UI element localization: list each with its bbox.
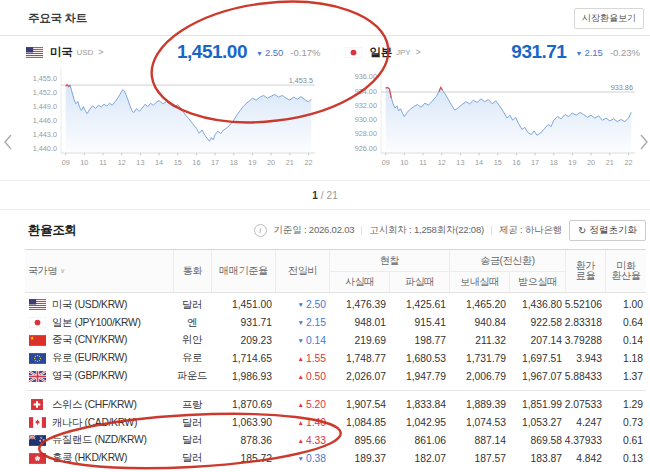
send-cell: 940.84	[449, 317, 509, 328]
flag-us-icon	[28, 299, 46, 311]
cash-sell-cell: 198.77	[389, 335, 449, 346]
table-row[interactable]: 뉴질랜드 (NZD/KRW)달러878.36▲4.33895.66861.068…	[25, 432, 646, 450]
fee-rate-cell: 4.37933	[565, 435, 605, 446]
table-row[interactable]: 미국 (USD/KRW)달러1,451.00▼2.501,476.391,425…	[25, 296, 646, 314]
fee-rate-cell: 3.79288	[565, 335, 605, 346]
svg-text:1,455.0: 1,455.0	[33, 74, 57, 83]
svg-text:15: 15	[493, 158, 501, 167]
cash-sell-cell: 1,947.79	[389, 371, 449, 382]
header-fee-rate: 환가료율	[565, 250, 605, 292]
country-cell: 중국 (CNY/KRW)	[25, 333, 173, 347]
cash-buy-cell: 1,748.77	[329, 353, 389, 364]
down-triangle-icon: ▼	[298, 301, 304, 308]
header-cash-buy: 사실때	[329, 271, 389, 292]
svg-text:16: 16	[192, 158, 200, 167]
rate-cell: 1,870.69	[211, 399, 275, 410]
svg-text:16: 16	[512, 158, 520, 167]
chart-jpy-header[interactable]: 일본 JPY > 931.71 ▼2.15 -0.23%	[345, 40, 641, 64]
change-cell: ▼0.14	[275, 335, 329, 346]
flag-nz-icon	[28, 434, 46, 446]
header-currency: 통화	[173, 250, 211, 292]
base-date: 기준일 : 2026.02.03	[274, 224, 355, 237]
market-rate-view-button[interactable]: 시장환율보기	[574, 8, 644, 29]
usd-rate-cell: 0.73	[605, 417, 646, 428]
send-cell: 2,006.79	[449, 371, 509, 382]
cash-sell-cell: 1,833.84	[389, 399, 449, 410]
fee-rate-cell: 2.83318	[565, 317, 605, 328]
down-triangle-icon: ▼	[298, 319, 304, 326]
chevron-left-icon	[4, 134, 13, 150]
fx-rates-page: 주요국 차트 시장환율보기 미국 USD > 1,451.00 ▼2.50 -0…	[0, 0, 650, 472]
currency-cell: 엔	[173, 316, 211, 330]
header-cash-sell: 파실때	[389, 271, 449, 292]
charts-section-header: 주요국 차트 시장환율보기	[0, 0, 650, 36]
usd-rate-cell: 0.64	[605, 317, 646, 328]
rate-cell: 209.23	[211, 335, 275, 346]
rates-section-header: 환율조회 i 기준일 : 2026.02.03 고시회차 : 1,258회차(2…	[0, 210, 650, 249]
svg-text:1,449.0: 1,449.0	[33, 102, 57, 111]
change-cell: ▲5.20	[275, 399, 329, 410]
table-row[interactable]: 스위스 (CHF/KRW)프랑1,870.69▲5.201,907.541,83…	[25, 396, 646, 414]
rate-cell: 1,451.00	[211, 299, 275, 310]
header-change: 전일비	[275, 250, 329, 292]
send-cell: 187.57	[449, 453, 509, 464]
cash-sell-cell: 1,680.53	[389, 353, 449, 364]
cash-buy-cell: 1,907.54	[329, 399, 389, 410]
rate-cell: 1,063.90	[211, 417, 275, 428]
svg-text:932.00: 932.00	[354, 101, 376, 110]
country-cell: 일본 (JPY100/KRW)	[25, 316, 173, 330]
table-row[interactable]: 홍콩 (HKD/KRW)달러185.72▼0.38189.37182.07187…	[25, 449, 646, 467]
usd-rate-cell: 0.61	[605, 435, 646, 446]
cash-buy-cell: 948.01	[329, 317, 389, 328]
svg-text:12: 12	[118, 158, 126, 167]
svg-text:11: 11	[99, 158, 107, 167]
cash-buy-cell: 2,026.07	[329, 371, 389, 382]
change-cell: ▲4.33	[275, 435, 329, 446]
up-triangle-icon: ▲	[298, 373, 304, 380]
svg-text:18: 18	[549, 158, 557, 167]
svg-text:933.86: 933.86	[610, 83, 632, 92]
table-header: 국가명∨ 통화 매매기준율 전일비 현찰 사실때 파실때 송금(전신환) 보내실…	[25, 249, 646, 293]
svg-text:21: 21	[286, 158, 294, 167]
cash-buy-cell: 1,084.85	[329, 417, 389, 428]
chart-currency-code: USD	[76, 48, 93, 57]
divider	[491, 226, 492, 235]
pagination-separator: /	[321, 190, 324, 201]
svg-text:928.00: 928.00	[354, 129, 376, 138]
flag-jp-icon	[345, 46, 363, 58]
rate-cell: 1,986.93	[211, 371, 275, 382]
header-country[interactable]: 국가명∨	[25, 250, 173, 292]
chart-usd-header[interactable]: 미국 USD > 1,451.00 ▼2.50 -0.17%	[25, 40, 321, 64]
receive-cell: 922.58	[509, 317, 565, 328]
flag-us-icon	[25, 46, 43, 58]
chart-change-pct: -0.23%	[610, 47, 640, 58]
prev-chart-button[interactable]	[2, 132, 15, 155]
receive-cell: 1,851.99	[509, 399, 565, 410]
divider	[361, 226, 362, 235]
charts-carousel: 미국 USD > 1,451.00 ▼2.50 -0.17% 1,455.01,…	[0, 36, 650, 168]
svg-text:21: 21	[605, 158, 613, 167]
table-row[interactable]: 유로 (EUR/KRW)유로1,714.65▲1.551,748.771,680…	[25, 349, 646, 367]
up-triangle-icon: ▲	[298, 419, 304, 426]
flag-gb-icon	[28, 370, 46, 382]
svg-text:1,440.0: 1,440.0	[33, 144, 57, 153]
svg-text:934.00: 934.00	[354, 87, 376, 96]
country-cell: 영국 (GBP/KRW)	[25, 369, 173, 383]
chart-pagination: 1 / 21	[0, 180, 650, 210]
cash-buy-cell: 189.37	[329, 453, 389, 464]
down-triangle-icon: ▼	[298, 455, 304, 462]
table-row[interactable]: 일본 (JPY100/KRW)엔931.71▼2.15948.01915.419…	[25, 314, 646, 332]
reset-sort-button[interactable]: ↻ 정렬초기화	[569, 220, 646, 241]
chart-price: 931.71	[511, 41, 566, 63]
table-row[interactable]: 영국 (GBP/KRW)파운드1,986.93▲0.502,026.071,94…	[25, 367, 646, 385]
currency-cell: 프랑	[173, 398, 211, 412]
cash-sell-cell: 182.07	[389, 453, 449, 464]
header-cash-group: 현찰	[329, 250, 449, 271]
table-row[interactable]: 캐나다 (CAD/KRW)달러1,063.90▲1.401,084.851,04…	[25, 414, 646, 432]
next-chart-button[interactable]	[637, 132, 650, 155]
table-row[interactable]: 중국 (CNY/KRW)위안209.23▼0.14219.69198.77211…	[25, 332, 646, 350]
flag-eu-icon	[28, 352, 46, 364]
currency-cell: 달러	[173, 433, 211, 447]
usd-rate-cell: 1.00	[605, 299, 646, 310]
svg-text:09: 09	[381, 158, 389, 167]
